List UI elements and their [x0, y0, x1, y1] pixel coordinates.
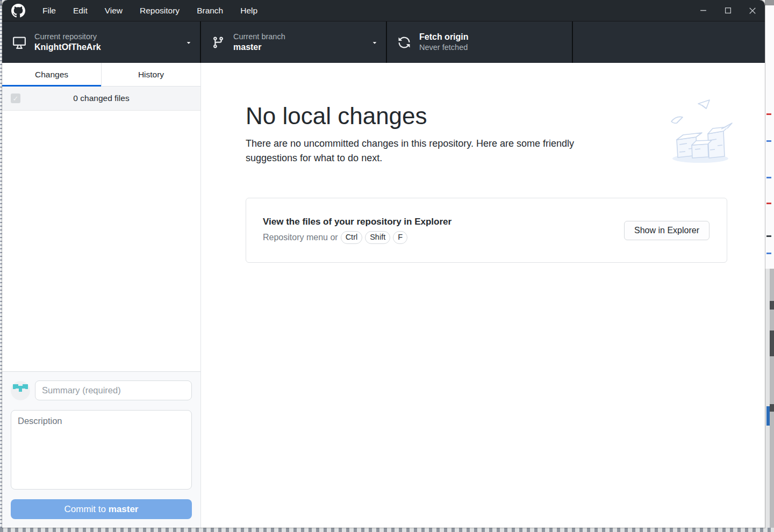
background-scrollbar-thumb: [770, 330, 774, 356]
fetch-origin-text: Fetch origin Never fetched: [419, 32, 469, 53]
tab-history[interactable]: History: [101, 63, 200, 86]
suggestion-card-text: View the files of your repository in Exp…: [263, 217, 452, 244]
suggestion-hint: Repository menu or Ctrl Shift F: [263, 231, 452, 244]
commit-button[interactable]: Commit to master: [11, 499, 192, 519]
current-branch-label: Current branch: [233, 32, 285, 42]
commit-button-branch: master: [109, 504, 139, 514]
show-in-explorer-button[interactable]: Show in Explorer: [624, 221, 710, 240]
chevron-down-icon: [185, 39, 192, 46]
page-title: No local changes: [246, 103, 727, 129]
git-branch-icon: [212, 36, 225, 49]
kbd-f: F: [393, 231, 407, 244]
suggestion-hint-text: Repository menu or: [263, 233, 338, 242]
content-area: Changes History ✓ 0 changed files: [2, 63, 765, 528]
close-button[interactable]: [740, 0, 765, 21]
menu-repository[interactable]: Repository: [131, 0, 188, 21]
commit-summary-row: [11, 380, 192, 400]
background-scrollbar-thumb: [770, 301, 774, 310]
background-mark: [766, 140, 771, 142]
suggestion-card: View the files of your repository in Exp…: [246, 198, 727, 263]
menu-edit[interactable]: Edit: [64, 0, 96, 21]
minimize-button[interactable]: [691, 0, 715, 21]
fetch-origin-subtitle: Never fetched: [419, 42, 469, 53]
page-subtitle: There are no uncommitted changes in this…: [246, 136, 611, 166]
close-icon: [749, 7, 756, 15]
device-desktop-icon: [13, 36, 26, 49]
menu-view[interactable]: View: [96, 0, 131, 21]
github-desktop-window: File Edit View Repository Branch Help: [2, 0, 765, 528]
background-scrollbar-thumb: [770, 404, 774, 412]
background-mark: [766, 113, 771, 115]
sync-icon: [398, 36, 411, 49]
toolbar: Current repository KnightOfTheArk Curren…: [2, 21, 765, 63]
github-logo-icon: [11, 4, 25, 18]
current-repository-dropdown[interactable]: Current repository KnightOfTheArk: [2, 21, 201, 63]
paper-stack-illustration: [669, 98, 733, 166]
tab-changes[interactable]: Changes: [2, 63, 101, 86]
maximize-icon: [725, 7, 732, 14]
current-branch-text: Current branch master: [233, 32, 285, 53]
changed-files-count: 0 changed files: [2, 94, 200, 103]
fetch-origin-button[interactable]: Fetch origin Never fetched: [387, 21, 573, 63]
background-mark: [766, 177, 771, 178]
chevron-down-icon: [371, 39, 378, 46]
background-window-sliver-bottom: [0, 528, 774, 532]
kbd-shift: Shift: [365, 231, 390, 244]
menu-branch[interactable]: Branch: [188, 0, 232, 21]
current-branch-dropdown[interactable]: Current branch master: [201, 21, 387, 63]
background-window-sliver-right: [765, 0, 774, 532]
title-bar: File Edit View Repository Branch Help: [2, 0, 765, 21]
commit-summary-input[interactable]: [35, 380, 192, 400]
select-all-checkbox[interactable]: ✓: [11, 94, 20, 103]
maximize-button[interactable]: [715, 0, 740, 21]
background-mark: [766, 253, 771, 254]
commit-button-prefix: Commit to: [64, 504, 109, 514]
sidebar-tabs: Changes History: [2, 63, 200, 87]
current-repository-label: Current repository: [34, 32, 101, 42]
commit-form: Commit to master: [2, 371, 200, 528]
fetch-origin-title: Fetch origin: [419, 32, 469, 43]
commit-description-input[interactable]: [11, 410, 192, 490]
menu-help[interactable]: Help: [232, 0, 266, 21]
sidebar: Changes History ✓ 0 changed files: [2, 63, 201, 528]
background-mark: [766, 235, 771, 237]
avatar: [11, 381, 30, 400]
menu-bar: File Edit View Repository Branch Help: [34, 0, 266, 21]
current-branch-value: master: [233, 42, 285, 53]
changed-files-list: [2, 111, 200, 371]
current-repository-text: Current repository KnightOfTheArk: [34, 32, 101, 53]
background-mark: [766, 203, 771, 204]
kbd-ctrl: Ctrl: [341, 231, 363, 244]
minimize-icon: [700, 7, 707, 14]
current-repository-value: KnightOfTheArk: [34, 42, 101, 53]
window-controls: [691, 0, 765, 21]
suggestion-title: View the files of your repository in Exp…: [263, 217, 452, 227]
main-panel: No local changes There are no uncommitte…: [201, 63, 765, 528]
menu-file[interactable]: File: [34, 0, 64, 21]
changed-files-header: ✓ 0 changed files: [2, 87, 200, 111]
